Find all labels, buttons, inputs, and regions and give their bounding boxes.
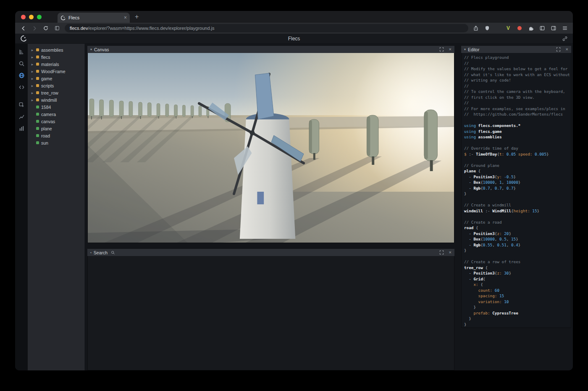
close-icon[interactable]: ×	[566, 47, 568, 52]
editor-code[interactable]: // Flecs playground//// Modify the value…	[461, 53, 571, 328]
module-badge-icon	[36, 98, 39, 101]
reading-list-icon[interactable]	[53, 24, 61, 32]
code-line: // Ground plane	[464, 163, 571, 169]
module-badge-icon	[36, 91, 39, 94]
extensions-puzzle-icon[interactable]	[527, 24, 535, 32]
code-line: }	[464, 248, 571, 254]
share-icon[interactable]	[472, 24, 480, 32]
tree-item-sun[interactable]: sun	[28, 139, 84, 146]
editor-panel: ▾ Editor × // Flecs playground//// Modif…	[461, 46, 571, 328]
tree-item-assemblies[interactable]: ▸assemblies	[28, 46, 84, 53]
code-line: }	[464, 316, 571, 322]
menu-icon[interactable]	[561, 24, 569, 32]
url-host: flecs.dev	[70, 26, 88, 31]
tree-icon[interactable]	[17, 48, 26, 56]
module-badge-icon	[36, 55, 39, 58]
traffic-lights	[15, 11, 47, 23]
tree-item-flecs[interactable]: ▸flecs	[28, 53, 84, 61]
chevron-right-icon: ▸	[31, 55, 34, 59]
browser-tab[interactable]: Flecs ×	[58, 13, 130, 23]
tree-item-game[interactable]: ▸game	[28, 75, 84, 82]
code-line: using assemblies	[464, 134, 571, 140]
tree-item-tree_row[interactable]: ▸tree_row	[28, 89, 84, 96]
chart-icon[interactable]	[17, 112, 26, 121]
page-title: Flecs	[15, 36, 573, 42]
code-line: - Box{10000, 0.5, 15}	[464, 236, 571, 242]
code-line: // Flecs playground	[464, 55, 571, 61]
search-panel-header[interactable]: • Search ×	[87, 249, 454, 256]
tree-item-canvas[interactable]: canvas	[28, 118, 84, 125]
canvas-panel-header[interactable]: ▾ Canvas ×	[87, 46, 454, 53]
tab-strip: Flecs × +	[15, 11, 573, 23]
chevron-down-icon: ▾	[90, 48, 92, 51]
inspect-icon[interactable]	[17, 100, 26, 109]
tree-item-1584[interactable]: 1584	[28, 103, 84, 111]
window-close-button[interactable]	[21, 15, 26, 19]
code-line	[464, 254, 571, 259]
code-line: spacing: 15	[464, 293, 571, 299]
code-line	[464, 197, 571, 203]
chevron-right-icon: ▸	[31, 69, 34, 74]
tab-close-icon[interactable]: ×	[124, 15, 127, 20]
tree-item-label: plane	[41, 126, 52, 131]
window-zoom-button[interactable]	[37, 15, 42, 19]
window-minimize-button[interactable]	[29, 15, 34, 19]
search-icon[interactable]	[17, 59, 26, 68]
code-line: // Create a windmill	[464, 202, 571, 208]
entity-badge-icon	[36, 120, 39, 123]
tree-item-road[interactable]: road	[28, 132, 84, 139]
tree-item-label: camera	[41, 112, 56, 117]
module-badge-icon	[36, 77, 39, 80]
code-line: $ :- TimeOfDay{t: 0.05 speed: 0.005}	[464, 151, 571, 157]
code-icon[interactable]	[17, 83, 26, 91]
tree-item-WoodFrame[interactable]: ▸WoodFrame	[28, 68, 84, 75]
expand-icon[interactable]	[439, 47, 444, 52]
record-extension-icon[interactable]	[516, 24, 523, 32]
tree-item-scripts[interactable]: ▸scripts	[28, 82, 84, 89]
code-line: //	[464, 61, 571, 66]
tab-title: Flecs	[68, 15, 121, 20]
world-icon[interactable]	[17, 71, 26, 79]
side-panel-icon[interactable]	[538, 24, 546, 32]
code-line: // Modify the values below to get a feel…	[464, 66, 571, 72]
code-line	[464, 214, 571, 219]
code-line: road {	[464, 225, 571, 231]
code-line: // https://github.com/SanderMertens/flec…	[464, 111, 571, 117]
tree-item-label: road	[41, 133, 50, 138]
tree-item-label: materials	[41, 62, 59, 67]
editor-panel-header[interactable]: ▾ Editor ×	[461, 46, 571, 53]
code-line: - Box{10000, 1, 10000}	[464, 180, 571, 185]
tree-item-label: WoodFrame	[41, 69, 66, 74]
editor-column: ▾ Editor × // Flecs playground//// Modif…	[458, 44, 573, 370]
code-line: }	[464, 322, 571, 328]
stats-icon[interactable]	[17, 124, 26, 132]
expand-icon[interactable]	[439, 250, 444, 255]
entity-badge-icon	[36, 127, 39, 130]
new-tab-button[interactable]: +	[130, 11, 144, 23]
permalink-icon[interactable]	[562, 36, 568, 42]
entity-badge-icon	[36, 113, 39, 116]
code-line: - Rgb{0.7, 0.7, 0.7}	[464, 185, 571, 191]
browser-toolbar: flecs.dev/explorer/?wasm=https://www.fle…	[15, 23, 573, 34]
canvas-3d-view[interactable]	[87, 53, 454, 243]
module-badge-icon	[36, 70, 39, 73]
tree-item-windmill[interactable]: ▸windmill	[28, 96, 84, 103]
search-results-area[interactable]	[87, 256, 454, 370]
reload-button[interactable]	[42, 24, 50, 32]
tree-item-materials[interactable]: ▸materials	[28, 61, 84, 68]
shield-icon[interactable]	[483, 24, 491, 32]
tree-item-plane[interactable]: plane	[28, 125, 84, 132]
expand-icon[interactable]	[556, 47, 561, 52]
code-line: tree_row {	[464, 265, 571, 271]
module-badge-icon	[36, 63, 39, 66]
close-icon[interactable]: ×	[449, 250, 452, 255]
tab-panel-icon[interactable]	[550, 24, 557, 32]
tree-item-label: assemblies	[41, 48, 63, 53]
close-icon[interactable]: ×	[449, 47, 452, 52]
tree-item-camera[interactable]: camera	[28, 111, 84, 118]
url-bar[interactable]: flecs.dev/explorer/?wasm=https://www.fle…	[65, 24, 468, 32]
v-extension-icon[interactable]: V	[504, 24, 512, 32]
code-line: using flecs.components.*	[464, 123, 571, 129]
forward-button[interactable]	[31, 24, 38, 32]
back-button[interactable]	[19, 24, 27, 32]
